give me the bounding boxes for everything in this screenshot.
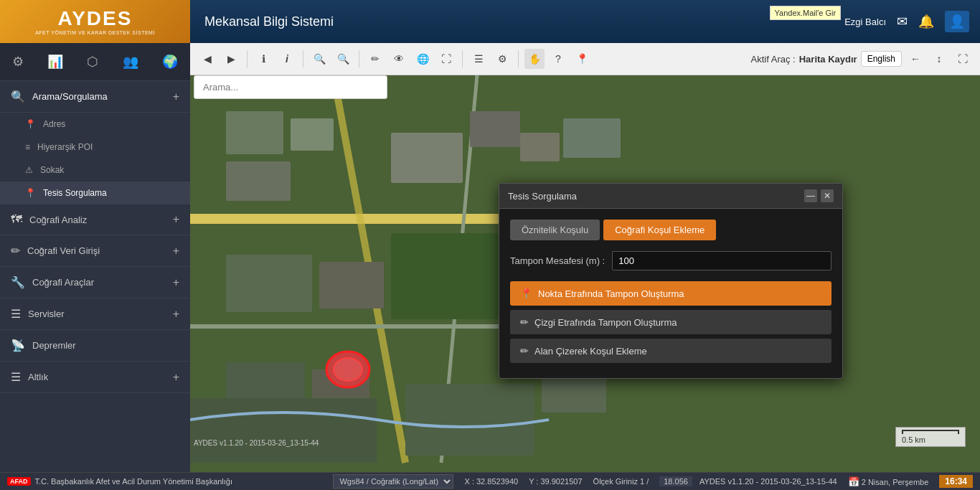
scale-bar: 0.5 km bbox=[895, 427, 966, 447]
y-coord-value: 39.9021507 bbox=[540, 477, 582, 486]
plus-icon-arama: + bbox=[173, 90, 179, 103]
svg-rect-8 bbox=[391, 133, 463, 183]
list-icon-h: ≡ bbox=[25, 142, 30, 152]
sidebar-subitem-tesis[interactable]: 📍 Tesis Sorgulama bbox=[0, 182, 190, 204]
sidebar: ⚙ 📊 ⬡ 👥 🌍 🔍 Arama/Sorgulama + 📍 Adres ≡ … bbox=[0, 43, 190, 472]
sidebar-subitem-hiyerarsik[interactable]: ≡ Hiyerarşik POI bbox=[0, 136, 190, 159]
sidebar-item-cografi-analiz[interactable]: 🗺 Coğrafi Analiz + bbox=[0, 204, 190, 235]
modal-tabs: Öznitelik Koşulu Coğrafi Koşul Ekleme bbox=[510, 220, 831, 240]
mail-icon[interactable]: ✉ bbox=[897, 14, 908, 29]
user-icon[interactable]: 👤 bbox=[945, 11, 969, 32]
buffer-input[interactable] bbox=[612, 251, 831, 270]
sidebar-label-araclar: Coğrafi Araçlar bbox=[32, 277, 94, 288]
tab-cografi[interactable]: Coğrafi Koşul Ekleme bbox=[603, 220, 716, 240]
eye-btn[interactable]: 👁 bbox=[389, 49, 409, 69]
nav-forward-btn[interactable]: ▶ bbox=[221, 49, 241, 69]
y-coord-label: Y : 39.9021507 bbox=[529, 477, 582, 486]
cizgi-tampon-btn[interactable]: ✏ Çizgi Etrafında Tampon Oluşturma bbox=[510, 310, 831, 334]
svg-rect-23 bbox=[405, 384, 534, 456]
location-icon: 📍 bbox=[25, 188, 36, 198]
tab-oznitelik[interactable]: Öznitelik Koşulu bbox=[510, 220, 600, 240]
svg-rect-10 bbox=[520, 133, 560, 161]
sidebar-subitem-sokak[interactable]: ⚠ Sokak bbox=[0, 159, 190, 182]
svg-rect-16 bbox=[391, 233, 499, 319]
modal-controls: — ✕ bbox=[804, 189, 834, 202]
modal-minimize-btn[interactable]: — bbox=[804, 189, 817, 202]
warning-icon: ⚠ bbox=[25, 165, 33, 175]
sidebar-item-arama-sorgulama[interactable]: 🔍 Arama/Sorgulama + bbox=[0, 81, 190, 113]
pan-btn[interactable]: ✋ bbox=[524, 49, 545, 69]
nav-back-btn[interactable]: ◀ bbox=[197, 49, 217, 69]
modal-close-btn[interactable]: ✕ bbox=[821, 189, 834, 202]
active-tool-value: Harita Kaydır bbox=[799, 54, 857, 65]
draw-btn[interactable]: ✏ bbox=[365, 49, 385, 69]
sidebar-subitem-adres[interactable]: 📍 Adres bbox=[0, 113, 190, 136]
layers-icon: ☰ bbox=[11, 370, 21, 384]
sidebar-item-cografi-araclar[interactable]: 🔧 Coğrafi Araçlar + bbox=[0, 267, 190, 298]
yandex-tooltip: Yandex.Mail'e Gir bbox=[770, 6, 842, 20]
svg-rect-22 bbox=[190, 398, 377, 463]
date-display: 📅 2 Nisan, Perşembe bbox=[848, 476, 929, 487]
arrow-left-btn[interactable]: ← bbox=[905, 49, 925, 69]
arrow-up-btn[interactable]: ↕ bbox=[929, 49, 949, 69]
search-input[interactable] bbox=[194, 76, 387, 98]
earthquake-icon: 📡 bbox=[11, 339, 25, 352]
globe-btn[interactable]: 🌐 bbox=[413, 49, 433, 69]
pin-btn[interactable]: 📍 bbox=[572, 49, 592, 69]
tools-icon: 🔧 bbox=[11, 275, 25, 289]
scale-label: Ölçek Giriniz 1 / bbox=[593, 477, 649, 486]
active-tool-label: Aktif Araç : Harita Kaydır bbox=[751, 54, 857, 65]
info-circle-btn[interactable]: ℹ bbox=[253, 49, 273, 69]
x-coord-value: 32.8523940 bbox=[476, 477, 518, 486]
logo-subtitle: AFET YÖNETİM VE KARAR DESTEK SİSTEMİ bbox=[35, 30, 155, 35]
sidebar-icon-globe[interactable]: 🌍 bbox=[159, 50, 182, 73]
plus-icon-araclar: + bbox=[173, 276, 179, 289]
search-bar bbox=[194, 75, 387, 99]
sidebar-item-servisler[interactable]: ☰ Servisler + bbox=[0, 298, 190, 330]
sidebar-top-icons: ⚙ 📊 ⬡ 👥 🌍 bbox=[0, 43, 190, 81]
logo-aydes: AYDES bbox=[58, 9, 133, 29]
modal-header: Tesis Sorgulama — ✕ bbox=[499, 184, 842, 209]
list-btn[interactable]: ☰ bbox=[468, 49, 489, 69]
map-icon: 🗺 bbox=[11, 213, 22, 226]
info-btn[interactable]: i bbox=[277, 49, 297, 69]
fullscreen-btn[interactable]: ⛶ bbox=[436, 49, 456, 69]
version-badge: AYDES v1.1.20 - 2015-03-26_13-15-44 bbox=[699, 477, 837, 486]
svg-rect-13 bbox=[319, 262, 384, 308]
sidebar-item-cografi-veri[interactable]: ✏ Coğrafi Veri Girişi + bbox=[0, 235, 190, 267]
sidebar-icon-chart[interactable]: 📊 bbox=[44, 50, 67, 73]
svg-rect-9 bbox=[470, 111, 520, 147]
location-orange-icon: 📍 bbox=[520, 288, 532, 299]
zoom-out-btn[interactable]: 🔍 bbox=[333, 49, 353, 69]
status-right: AYDES v1.1.20 - 2015-03-26_13-15-44 📅 2 … bbox=[692, 475, 980, 488]
plus-icon-altlik: + bbox=[173, 371, 179, 384]
sidebar-icon-network[interactable]: ⬡ bbox=[83, 50, 102, 73]
zoom-in-btn[interactable]: 🔍 bbox=[309, 49, 329, 69]
sidebar-icon-users[interactable]: 👥 bbox=[119, 50, 142, 73]
nokta-tampon-btn[interactable]: 📍 Nokta Etrafında Tampon Oluşturma bbox=[510, 281, 831, 306]
sidebar-item-depremler[interactable]: 📡 Depremler bbox=[0, 330, 190, 362]
language-button[interactable]: English bbox=[861, 51, 902, 67]
modal-body: Öznitelik Koşulu Coğrafi Koşul Ekleme Ta… bbox=[499, 209, 842, 378]
plus-icon-servisler: + bbox=[173, 308, 179, 321]
edit-icon: ✏ bbox=[11, 244, 20, 258]
tesis-sorgulama-modal: Tesis Sorgulama — ✕ Öznitelik Koşulu Coğ… bbox=[499, 183, 843, 379]
user-name: Ezgi Balcı bbox=[844, 17, 886, 27]
toolbar: ◀ ▶ ℹ i 🔍 🔍 ✏ 👁 🌐 ⛶ ☰ ⚙ ✋ ? 📍 Aktif Araç… bbox=[190, 43, 980, 75]
sidebar-icon-settings[interactable]: ⚙ bbox=[9, 50, 27, 73]
alan-kosul-btn[interactable]: ✏ Alan Çizerek Koşul Ekleme bbox=[510, 339, 831, 363]
svg-rect-6 bbox=[291, 118, 334, 151]
notification-icon[interactable]: 🔔 bbox=[918, 14, 934, 29]
app-title: Mekansal Bilgi Sistemi bbox=[204, 14, 834, 29]
buffer-label: Tampon Mesafesi (m) : bbox=[510, 255, 605, 266]
top-header: AYDES AFET YÖNETİM VE KARAR DESTEK SİSTE… bbox=[0, 0, 980, 43]
settings-sliders-btn[interactable]: ⚙ bbox=[492, 49, 512, 69]
sidebar-item-altlik[interactable]: ☰ Altlık + bbox=[0, 362, 190, 393]
expand-btn[interactable]: ⛶ bbox=[953, 49, 973, 69]
status-bar: AFAD T.C. Başbakanlık Afet ve Acil Durum… bbox=[0, 472, 980, 490]
scale-number: 18.056 bbox=[659, 476, 692, 486]
map-pin-icon: 📍 bbox=[25, 119, 36, 129]
help-btn[interactable]: ? bbox=[548, 49, 568, 69]
coord-system-select[interactable]: Wgs84 / Coğrafik (Long/Lat) bbox=[333, 474, 453, 489]
afad-logo: AFAD bbox=[7, 477, 31, 486]
